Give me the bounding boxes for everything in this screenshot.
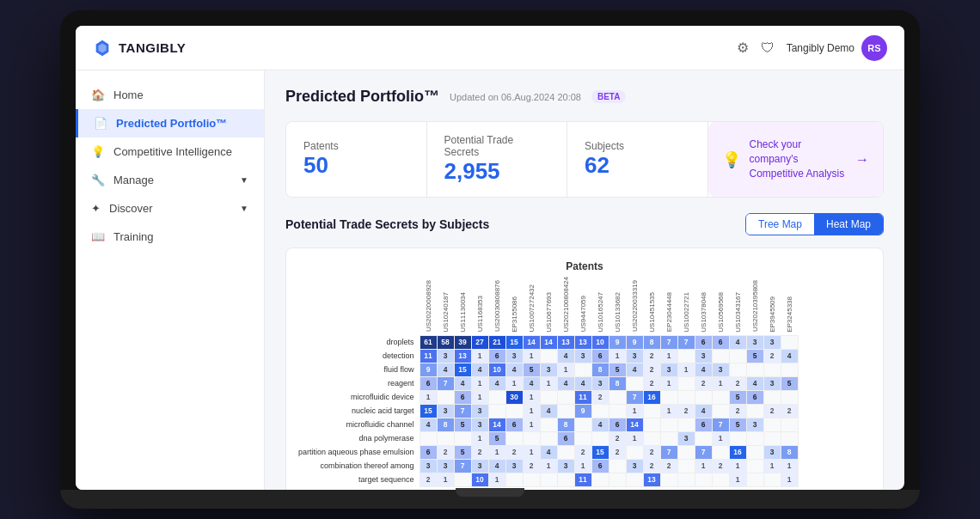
page-header: Predicted Portfolio™ Updated on 06.Aug.2… (285, 88, 884, 106)
chevron-down-icon: ▼ (240, 175, 248, 185)
treemap-toggle[interactable]: Tree Map (746, 214, 814, 235)
patents-stat: Patents 50 (286, 122, 427, 197)
heatmap-container: Patents US20220008928US10240187US1113003… (285, 247, 884, 490)
table-row: combination thereof among337343213163221… (298, 459, 798, 473)
subjects-stat: Subjects 62 (567, 122, 708, 197)
wrench-icon: 🔧 (91, 174, 105, 186)
sidebar-item-home[interactable]: 🏠 Home (76, 81, 264, 109)
sidebar-item-discover[interactable]: ✦ Discover ▼ (76, 194, 264, 223)
section-header: Potential Trade Secrets by Subjects Tree… (285, 213, 884, 235)
sidebar-item-manage[interactable]: 🔧 Manage ▼ (76, 166, 264, 194)
update-timestamp: Updated on 06.Aug.2024 20:08 (450, 92, 581, 102)
table-row: microfluidic device16130111271656 (298, 390, 798, 404)
bulb-icon: 💡 (91, 145, 105, 158)
table-row: target sequence21101111311 (298, 473, 798, 486)
patents-axis-label: Patents (298, 260, 871, 272)
portfolio-icon: 📄 (94, 117, 107, 130)
patents-label: Patents (303, 140, 339, 152)
trade-secrets-stat: Potential Trade Secrets 2,955 (427, 122, 568, 197)
table-row: fluid flow9415410453185423143 (298, 363, 798, 376)
cta-text: Check your company's Competitive Analysi… (750, 137, 848, 180)
user-info: Tangibly Demo RS (787, 35, 887, 61)
table-row: partition aqueous phase emulsion62521214… (298, 445, 798, 459)
cta-bulb-icon: 💡 (722, 150, 741, 169)
chevron-down-icon: ▼ (240, 204, 248, 213)
settings-icon[interactable]: ⚙ (737, 40, 749, 56)
avatar: RS (861, 35, 887, 61)
view-toggle: Tree Map Heat Map (745, 213, 884, 235)
logo: TANGIBLY (93, 39, 186, 58)
trade-secrets-label: Potential Trade Secrets (444, 134, 550, 158)
discover-icon: ✦ (91, 202, 101, 215)
main-content: Predicted Portfolio™ Updated on 06.Aug.2… (265, 70, 904, 490)
subjects-value: 62 (585, 152, 624, 179)
arrow-icon: → (855, 152, 869, 168)
beta-badge: BETA (591, 90, 626, 103)
subjects-label: Subjects (585, 140, 624, 152)
cta-card[interactable]: 💡 Check your company's Competitive Analy… (708, 122, 884, 197)
topbar: TANGIBLY ⚙ 🛡 Tangibly Demo RS (76, 26, 904, 70)
section-title: Potential Trade Secrets by Subjects (285, 217, 489, 231)
heatmap-toggle[interactable]: Heat Map (814, 214, 883, 235)
shield-icon[interactable]: 🛡 (761, 40, 775, 56)
sidebar: 🏠 Home 📄 Predicted Portfolio™ 💡 Competit… (76, 70, 265, 490)
table-row: detection11313163143613213524 (298, 349, 798, 363)
heatmap-table: US20220008928US10240187US11130034US11683… (298, 276, 799, 487)
home-icon: 🏠 (91, 89, 105, 101)
sidebar-item-competitive-intelligence[interactable]: 💡 Competitive Intelligence (76, 137, 264, 166)
trade-secrets-value: 2,955 (444, 158, 550, 185)
book-icon: 📖 (91, 230, 105, 243)
table-row: nucleic acid target153731491124222 (298, 404, 798, 418)
topbar-actions: ⚙ 🛡 Tangibly Demo RS (737, 35, 887, 61)
stats-row: Patents 50 Potential Trade Secrets 2,955 (285, 121, 884, 198)
sidebar-item-predicted-portfolio[interactable]: 📄 Predicted Portfolio™ (76, 109, 264, 137)
patents-value: 50 (303, 152, 339, 179)
page-title: Predicted Portfolio™ (285, 88, 439, 106)
table-row: microfluidic channel48531461846146753 (298, 418, 798, 431)
table-row: reagent67414141443821212435 (298, 376, 798, 390)
table-row: droplets61583927211514141313109987766433 (298, 335, 798, 349)
table-row: dna polymerase1562131 (298, 431, 798, 445)
sidebar-item-training[interactable]: 📖 Training (76, 223, 264, 251)
